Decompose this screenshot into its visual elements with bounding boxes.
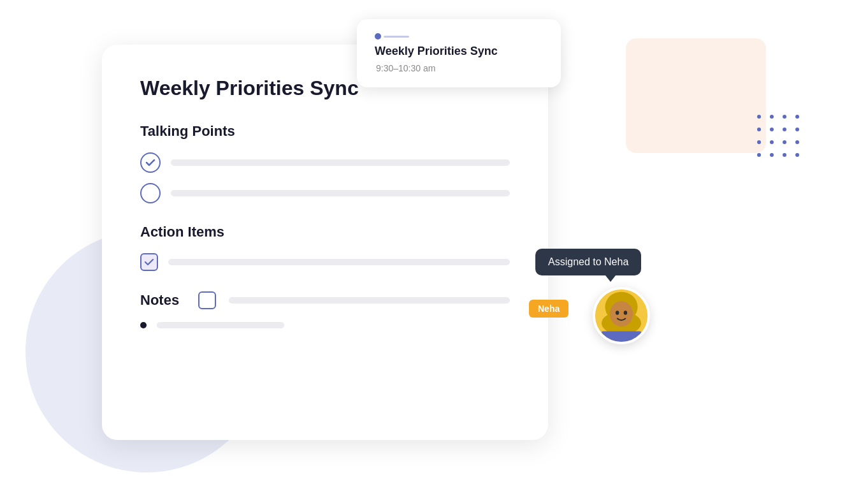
timeline-bar [384, 36, 409, 38]
timeline-line [375, 33, 409, 40]
svg-rect-6 [601, 332, 642, 342]
svg-point-5 [624, 311, 627, 314]
calendar-card: Weekly Priorities Sync 9:30–10:30 am [357, 19, 561, 87]
bg-rect [626, 38, 766, 153]
notes-section: Notes [140, 291, 510, 328]
svg-point-3 [610, 301, 633, 326]
line-placeholder-1 [171, 159, 510, 166]
line-placeholder-5 [157, 322, 284, 328]
assigned-tooltip: Assigned to Neha [535, 249, 641, 275]
checkbox-circle-checked-1[interactable] [140, 152, 161, 173]
neha-avatar [593, 287, 650, 344]
svg-point-4 [616, 311, 619, 314]
checkbox-square-empty-1[interactable] [198, 291, 216, 309]
line-placeholder-4 [229, 297, 510, 304]
talking-points-heading: Talking Points [140, 123, 510, 140]
action-items-heading: Action Items [140, 224, 510, 240]
neha-label-badge: Neha [529, 300, 568, 318]
calendar-title: Weekly Priorities Sync [375, 45, 543, 58]
action-item-1 [140, 253, 510, 271]
checkbox-circle-empty-1[interactable] [140, 183, 161, 203]
notes-heading: Notes [140, 292, 179, 309]
calendar-time: 9:30–10:30 am [376, 63, 543, 73]
talking-point-item-1 [140, 152, 510, 173]
calendar-card-header [375, 33, 543, 40]
talking-point-item-2 [140, 183, 510, 203]
scene: Weekly Priorities Sync 9:30–10:30 am Wee… [0, 0, 868, 498]
bullet-point [140, 322, 147, 328]
line-placeholder-3 [168, 259, 510, 265]
action-items-section: Action Items [140, 224, 510, 271]
dot-grid [757, 115, 804, 162]
notes-bullet-row [140, 322, 510, 328]
checkbox-square-checked-1[interactable] [140, 253, 158, 271]
timeline-dot [375, 33, 381, 40]
line-placeholder-2 [171, 190, 510, 196]
main-card: Weekly Priorities Sync Talking Points Ac… [102, 45, 548, 440]
talking-points-section: Talking Points [140, 123, 510, 203]
